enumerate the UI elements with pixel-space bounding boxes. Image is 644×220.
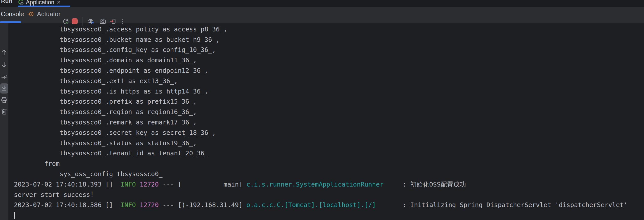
run-config-tab-application[interactable]: Application ✕ [18,0,61,6]
up-stack-icon[interactable] [1,49,8,56]
console-line: tbsysossco0_.config_key as config_10_36_… [14,45,644,55]
console-line: server start success! [14,190,644,200]
console-line: tbsysossco0_.region as region16_36_, [14,107,644,117]
console-toolbar: Console Actuator [0,7,644,23]
console-line: sys_oss_config tbsysossco0_ [14,169,644,179]
run-config-tab-label: Application [26,0,54,6]
console-line: tbsysossco0_.secret_key as secret_18_36_… [14,128,644,138]
console-line: tbsysossco0_.bucket_name as bucket_n9_36… [14,35,644,45]
console-line: tbsysossco0_.ext1 as ext13_36_, [14,76,644,86]
console-line: tbsysossco0_.access_policy as access_p8_… [14,24,644,35]
tab-actuator[interactable]: Actuator [27,7,61,21]
run-tab-strip: Run Application ✕ [0,0,644,7]
console-gutter [0,23,8,220]
run-tool-window: Run Application ✕ Console [0,0,644,220]
text-caret [14,212,15,219]
print-icon[interactable] [1,96,8,104]
console-line: tbsysossco0_.tenant_id as tenant_20_36_ [14,148,644,159]
console-caret-line [14,210,644,220]
console-line: tbsysossco0_.status as status19_36_, [14,138,644,149]
tab-console[interactable]: Console [0,7,26,21]
actuator-icon [27,11,34,17]
tab-console-label: Console [1,10,24,18]
spring-app-running-icon [18,0,24,5]
console-line: tbsysossco0_.is_https as is_http14_36_, [14,86,644,97]
tab-actuator-label: Actuator [37,10,61,18]
soft-wrap-icon[interactable] [1,73,8,80]
console-line: tbsysossco0_.endpoint as endpoin12_36_, [14,66,644,76]
console-line: tbsysossco0_.prefix as prefix15_36_, [14,97,644,107]
console-line: 2023-07-02 17:40:18.586 [] INFO 12720 --… [14,200,644,210]
console-line: from [14,159,644,169]
console-output[interactable]: tbsysossco0_.access_key as access_k7_36_… [8,23,644,220]
scroll-to-end-icon[interactable] [1,85,8,92]
clear-all-icon[interactable] [1,108,8,115]
down-stack-icon[interactable] [1,61,8,68]
console-lines: tbsysossco0_.access_key as access_k7_36_… [8,23,644,220]
close-icon[interactable]: ✕ [57,0,61,5]
tool-window-title: Run [1,0,12,5]
console-line: 2023-07-02 17:40:18.393 [] INFO 12720 --… [14,179,644,190]
console-line: tbsysossco0_.domain as domain11_36_, [14,55,644,66]
console-line: tbsysossco0_.remark as remark17_36_, [14,117,644,128]
